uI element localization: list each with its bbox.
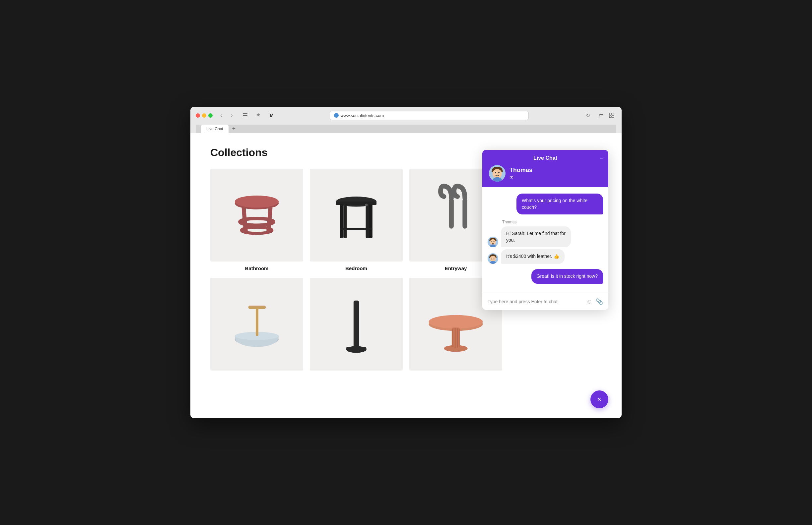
close-icon: × [597,395,602,404]
active-tab[interactable]: Live Chat [201,125,229,133]
svg-rect-1 [243,115,247,116]
close-button[interactable] [196,113,200,118]
product-image-organizer [210,278,303,371]
svg-rect-26 [248,305,266,309]
tab-bar: Live Chat + [196,125,616,133]
agent-avatar [489,165,506,182]
product-image-pole [310,278,403,371]
address-bar-container: www.socialintents.com ↻ [280,111,592,120]
svg-rect-29 [346,347,366,350]
incoming-with-avatar-1: Hi Sarah! Let me find that for you. [488,226,581,247]
browser-window: ‹ › M www. [190,107,622,418]
email-icon: ✉ [509,175,532,180]
chat-agent-row: Thomas ✉ [489,165,602,182]
sidebar-toggle-button[interactable] [241,111,250,120]
svg-rect-3 [609,113,611,115]
chat-header: Live Chat − [482,150,608,187]
url-text: www.socialintents.com [340,113,384,118]
mini-avatar-1 [488,237,498,247]
product-name-bedroom: Bedroom [345,266,367,271]
chat-message-incoming-1: Hi Sarah! Let me find that for you. [501,226,571,247]
product-image-bedroom [310,169,403,261]
product-grid: Bathroom [210,169,502,375]
svg-point-50 [494,257,495,258]
message-text: Great! Is it in stock right now? [537,273,598,279]
product-image-bathroom [210,169,303,261]
svg-rect-6 [612,116,614,118]
svg-rect-2 [243,117,247,117]
message-text: What's your pricing on the white couch? [522,198,588,210]
agent-name: Thomas [509,167,532,174]
chat-message-incoming-2: It's $2400 with leather. 👍 [501,249,565,264]
product-card-pole[interactable] [310,278,403,375]
svg-point-45 [492,241,493,242]
forward-button[interactable]: › [227,111,236,120]
new-tab-button[interactable]: + [230,125,238,133]
svg-point-41 [495,172,496,173]
agent-label: Thomas [502,220,581,224]
agent-info: Thomas ✉ [509,167,532,180]
svg-rect-22 [462,198,467,229]
toolbar-right [596,111,616,120]
chat-minimize-button[interactable]: − [599,155,603,161]
svg-point-40 [493,169,502,178]
message-text: Hi Sarah! Let me find that for you. [506,231,566,243]
chat-input-field[interactable] [488,299,583,304]
chat-input-area: ☺ 📎 [482,293,608,310]
new-tab-tile-button[interactable] [607,111,616,120]
svg-rect-21 [449,198,454,229]
nav-buttons: ‹ › [217,111,236,120]
product-name-entryway: Entryway [445,266,467,271]
svg-point-8 [235,196,279,208]
product-card-organizer[interactable] [210,278,303,375]
back-button[interactable]: ‹ [217,111,226,120]
minimize-button[interactable] [202,113,206,118]
svg-rect-25 [256,307,258,336]
product-card-bedroom[interactable]: Bedroom [310,169,403,271]
pin-button[interactable] [254,111,263,120]
svg-rect-18 [366,204,369,238]
svg-rect-17 [343,204,347,238]
attachment-icon[interactable]: 📎 [596,298,603,305]
tab-title: Live Chat [206,126,223,131]
mini-avatar-2 [488,253,498,264]
chat-incoming-group: Thomas [488,220,581,264]
globe-icon [334,113,339,118]
chat-title-row: Live Chat − [489,155,602,161]
traffic-lights [196,113,213,118]
title-bar: ‹ › M www. [190,107,622,133]
svg-rect-15 [340,204,343,238]
incoming-with-avatar-2: It's $2400 with leather. 👍 [488,249,581,264]
reload-button[interactable]: ↻ [583,111,592,120]
message-text: It's $2400 with leather. 👍 [506,254,559,259]
svg-rect-16 [369,204,373,238]
svg-point-20 [365,204,367,206]
m-button[interactable]: M [267,111,276,120]
svg-rect-19 [340,228,373,230]
svg-point-48 [490,256,496,262]
svg-rect-5 [609,116,611,118]
svg-rect-27 [353,301,359,348]
product-name-bathroom: Bathroom [245,266,269,271]
chat-messages: What's your pricing on the white couch? … [482,187,608,293]
product-card-bathroom[interactable]: Bathroom [210,169,303,271]
svg-point-42 [498,172,499,173]
share-button[interactable] [596,111,606,120]
svg-rect-4 [612,113,614,115]
chat-message-outgoing-2: Great! Is it in stock right now? [532,269,603,284]
svg-point-44 [490,239,496,245]
emoji-icon[interactable]: ☺ [586,298,592,305]
maximize-button[interactable] [208,113,213,118]
page-content: Collections [190,133,622,418]
svg-rect-0 [243,113,247,114]
chat-message-outgoing-1: What's your pricing on the white couch? [517,194,603,214]
address-bar[interactable]: www.socialintents.com [330,111,529,120]
svg-point-46 [494,241,495,242]
svg-point-49 [492,257,493,258]
chat-widget: Live Chat − [482,150,608,310]
svg-point-31 [429,315,483,329]
chat-title: Live Chat [533,155,557,161]
chat-close-button[interactable]: × [591,390,608,408]
